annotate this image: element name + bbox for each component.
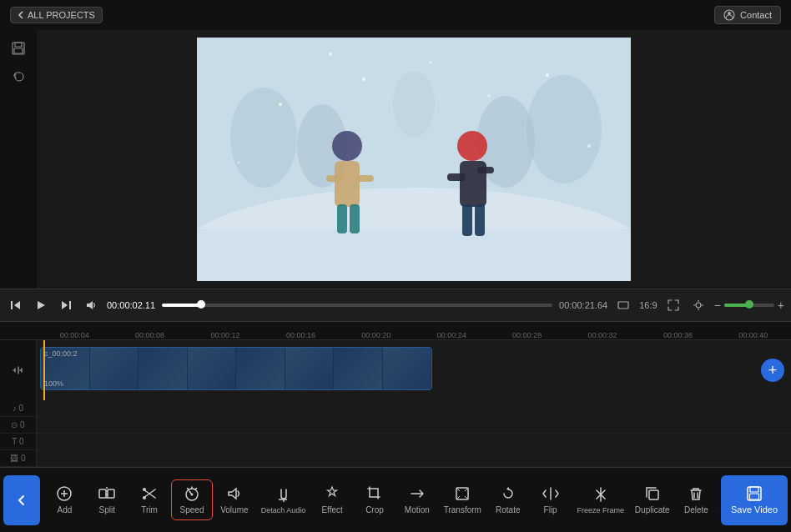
tool-delete[interactable]: Delete — [675, 480, 717, 519]
audio-track-control[interactable]: ♪ 0 — [0, 400, 37, 416]
tool-crop[interactable]: Crop — [354, 480, 396, 519]
audio-track: ♪ 0 — [0, 400, 791, 417]
clip-thumb-8 — [383, 348, 432, 389]
image-track-control[interactable]: 🖼 0 — [0, 450, 37, 466]
tool-duplicate[interactable]: Duplicate — [630, 480, 675, 519]
left-sidebar — [0, 30, 37, 289]
top-bar: ALL PROJECTS Contact — [0, 0, 791, 30]
tool-motion[interactable]: Motion — [396, 480, 438, 519]
undo-icon[interactable] — [5, 65, 32, 88]
svg-rect-54 — [649, 490, 658, 499]
freeze-frame-label: Freeze Frame — [577, 506, 624, 514]
effect-label: Effect — [321, 505, 342, 514]
zoom-slider[interactable] — [724, 304, 774, 307]
svg-rect-57 — [750, 494, 759, 499]
fullscreen-button[interactable] — [664, 298, 683, 313]
delete-label: Delete — [684, 505, 708, 514]
overlay-track-label: ⊙ 0 — [11, 420, 24, 429]
speed-label: Speed — [180, 505, 204, 514]
contact-button[interactable]: Contact — [714, 6, 781, 24]
svg-rect-35 — [618, 302, 628, 309]
ruler-mark: 00:00:24 — [414, 331, 489, 339]
zoom-in-button[interactable]: + — [778, 299, 784, 312]
overlay-track: ⊙ 0 — [0, 417, 791, 434]
trim-label: Trim — [141, 505, 158, 514]
ruler-marks: 00:00:0400:00:0800:00:1200:00:1600:00:20… — [37, 322, 791, 339]
tool-speed[interactable]: Speed — [171, 479, 213, 520]
svg-rect-34 — [69, 301, 71, 309]
tool-freeze-frame[interactable]: Freeze Frame — [572, 480, 629, 519]
bottom-toolbar: Add Split Trim — [0, 467, 791, 532]
clip-percentage: 100% — [44, 379, 63, 388]
zoom-control: − + — [714, 299, 784, 312]
clip-thumb-5 — [236, 348, 285, 389]
svg-rect-15 — [326, 175, 343, 182]
tool-effect[interactable]: Effect — [311, 480, 353, 519]
detach-audio-icon — [275, 485, 291, 502]
save-video-label: Save Video — [731, 504, 778, 514]
svg-rect-22 — [477, 167, 494, 173]
tool-volume[interactable]: Volume — [214, 480, 255, 519]
tool-transform[interactable]: Transform — [439, 480, 486, 519]
ruler-mark: 00:00:40 — [716, 331, 791, 339]
svg-point-25 — [279, 103, 282, 106]
total-time: 00:00:21.64 — [559, 300, 607, 310]
zoom-out-button[interactable]: − — [714, 299, 721, 312]
svg-point-1 — [728, 12, 731, 15]
clip-thumb-7 — [334, 348, 383, 389]
duplicate-icon — [644, 485, 661, 502]
svg-rect-16 — [355, 175, 374, 182]
back-to-projects-button[interactable]: ALL PROJECTS — [10, 7, 103, 23]
tool-flip[interactable]: Flip — [530, 480, 572, 519]
skip-forward-button[interactable] — [57, 298, 75, 313]
back-label: ALL PROJECTS — [28, 10, 95, 20]
tool-trim[interactable]: Trim — [128, 480, 170, 519]
save-icon[interactable] — [5, 37, 32, 60]
zoom-handle[interactable] — [745, 300, 753, 309]
volume-button[interactable] — [82, 298, 100, 313]
svg-rect-21 — [447, 173, 466, 181]
overlay-track-content — [37, 417, 791, 433]
add-label: Add — [58, 505, 73, 514]
contact-label: Contact — [740, 10, 772, 20]
volume-label: Volume — [220, 505, 248, 514]
progress-bar[interactable] — [162, 304, 552, 307]
svg-point-28 — [546, 73, 549, 77]
video-clip[interactable]: c_00:00:2 100% — [40, 347, 432, 390]
overlay-track-control[interactable]: ⊙ 0 — [0, 417, 37, 433]
add-icon — [56, 485, 73, 502]
trim-icon — [141, 485, 158, 502]
text-track-label: T 0 — [12, 437, 23, 446]
clip-label: c_00:00:2 — [44, 349, 78, 358]
svg-point-48 — [143, 496, 146, 499]
svg-point-47 — [143, 488, 146, 491]
svg-rect-17 — [337, 204, 347, 233]
play-button[interactable] — [32, 298, 50, 313]
svg-point-50 — [191, 494, 194, 496]
tool-add[interactable]: Add — [43, 480, 85, 519]
tool-split[interactable]: Split — [86, 480, 128, 519]
effect-icon — [324, 485, 340, 502]
svg-point-13 — [332, 131, 362, 161]
svg-point-6 — [230, 88, 297, 188]
tool-detach-audio[interactable]: Detach Audio — [256, 480, 311, 519]
aspect-ratio-icon[interactable] — [614, 298, 632, 313]
save-video-button[interactable]: Save Video — [721, 475, 788, 525]
delete-icon — [688, 485, 704, 502]
svg-point-26 — [362, 78, 365, 81]
progress-handle[interactable] — [197, 300, 205, 309]
clip-thumb-2 — [90, 348, 139, 389]
brightness-button[interactable] — [689, 298, 708, 313]
svg-point-36 — [696, 303, 701, 308]
audio-track-icon[interactable] — [12, 364, 25, 377]
text-track-control[interactable]: T 0 — [0, 434, 37, 449]
skip-back-button[interactable] — [7, 298, 25, 313]
toolbar-back-button[interactable] — [3, 475, 40, 525]
svg-rect-14 — [335, 161, 360, 207]
svg-point-7 — [526, 75, 602, 183]
tool-rotate[interactable]: Rotate — [487, 480, 529, 519]
add-track-button[interactable]: + — [761, 359, 784, 382]
crop-icon — [366, 485, 383, 502]
svg-rect-23 — [462, 204, 472, 236]
main-area — [0, 30, 791, 289]
